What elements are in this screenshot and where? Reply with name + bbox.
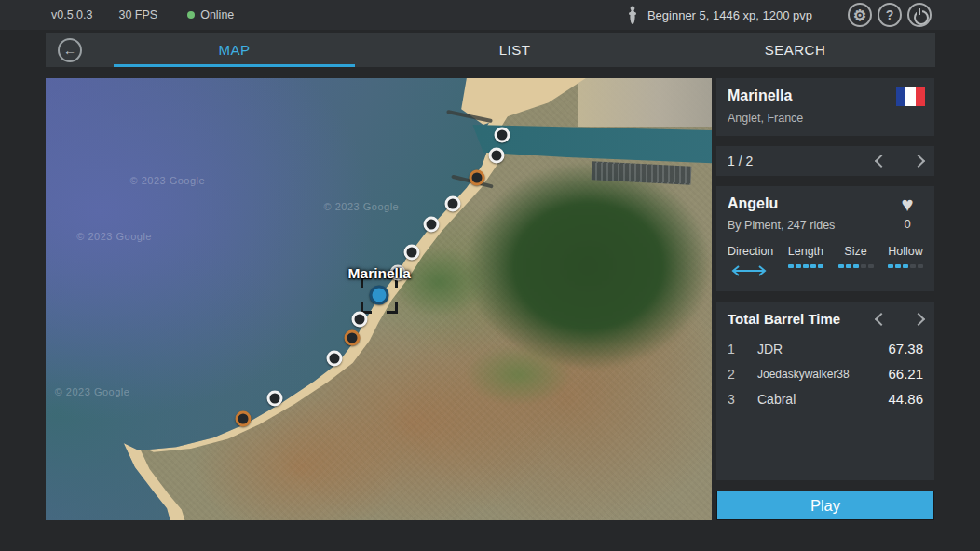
fps-label: 30 FPS (118, 8, 157, 21)
settings-button[interactable]: ⚙ (848, 3, 872, 27)
leaderboard-card: Total Barrel Time 1 JDR_ 67.38 2 Joedask… (716, 302, 934, 480)
row-player-name: Joedaskywalker38 (757, 368, 888, 381)
spot-marker-regular[interactable] (327, 351, 343, 367)
spot-pager-card: 1 / 2 (716, 146, 934, 176)
spot-marker-regular[interactable] (390, 265, 406, 281)
stat-length: Length (788, 245, 823, 277)
stat-direction: Direction (728, 245, 773, 277)
power-icon (913, 8, 926, 21)
top-bar: v0.5.0.3 30 FPS Online Beginner 5, 1446 … (0, 0, 980, 30)
spot-marker-regular[interactable] (266, 390, 282, 406)
hollow-meter (888, 264, 923, 268)
side-panel: Marinella Anglet, France 1 / 2 Angelu By… (716, 78, 934, 491)
row-player-name: Cabral (757, 392, 888, 407)
row-rank: 2 (728, 367, 757, 382)
back-arrow-icon: ← (63, 43, 76, 58)
help-button[interactable]: ? (878, 3, 902, 27)
player-status: Beginner 5, 1446 xp, 1200 pvp (625, 6, 812, 24)
leaderboard-next-icon[interactable] (912, 312, 925, 325)
stat-size: Size (838, 245, 874, 277)
play-button[interactable]: Play (716, 491, 934, 520)
heart-icon[interactable]: ♥ (892, 195, 923, 214)
stat-direction-label: Direction (728, 245, 773, 258)
spot-details-card: Angelu By Piment, 247 rides ♥ 0 Directio… (716, 186, 934, 291)
map-fields (465, 343, 571, 406)
spot-marker-regular[interactable] (423, 217, 439, 233)
stat-hollow: Hollow (888, 245, 923, 277)
leaderboard-row[interactable]: 2 Joedaskywalker38 66.21 (728, 361, 923, 386)
online-dot-icon (187, 11, 195, 19)
tab-list[interactable]: LIST (374, 33, 655, 67)
stat-size-label: Size (838, 245, 874, 258)
france-flag-icon (896, 87, 925, 106)
pager-next-icon[interactable] (912, 155, 925, 168)
location-region: Anglet, France (728, 112, 923, 125)
stat-length-label: Length (788, 245, 823, 258)
map-port-area (578, 78, 712, 127)
version-label: v0.5.0.3 (51, 8, 92, 21)
location-name: Marinella (728, 87, 923, 104)
pager-prev-icon[interactable] (875, 155, 888, 168)
player-status-label: Beginner 5, 1446 xp, 1200 pvp (647, 8, 812, 22)
tab-bar: ← MAP LIST SEARCH (46, 33, 935, 67)
leaderboard-prev-icon[interactable] (875, 312, 888, 325)
like-count: 0 (892, 217, 923, 231)
row-score: 66.21 (888, 366, 923, 382)
row-rank: 3 (728, 392, 757, 407)
leaderboard-row[interactable]: 3 Cabral 44.86 (728, 386, 923, 411)
google-watermark: © 2023 Google (55, 386, 130, 397)
map-view[interactable]: © 2023 Google © 2023 Google © 2023 Googl… (46, 78, 712, 520)
direction-arrow-icon (728, 264, 770, 277)
spot-marker-regular[interactable] (404, 245, 420, 261)
row-score: 67.38 (888, 341, 923, 356)
gear-icon: ⚙ (853, 7, 866, 24)
spot-marker-regular[interactable] (444, 195, 460, 211)
length-meter (788, 264, 823, 268)
spot-marker-regular[interactable] (489, 148, 505, 164)
location-card: Marinella Anglet, France (716, 78, 934, 136)
row-score: 44.86 (888, 391, 923, 407)
spot-stats: Direction Length Size Hollow (728, 245, 923, 277)
online-status: Online (187, 8, 234, 21)
google-watermark: © 2023 Google (130, 175, 206, 186)
spot-marker-selected[interactable] (370, 286, 389, 305)
pager-count: 1 / 2 (728, 154, 753, 168)
spot-marker-regular[interactable] (494, 127, 510, 142)
row-player-name: JDR_ (757, 342, 888, 356)
spot-marker-orange[interactable] (470, 169, 485, 185)
stat-hollow-label: Hollow (888, 245, 923, 258)
tab-search[interactable]: SEARCH (655, 33, 935, 67)
row-rank: 1 (728, 342, 757, 356)
leaderboard-title: Total Barrel Time (728, 311, 877, 327)
spot-marker-regular[interactable] (351, 311, 367, 327)
spot-marker-orange[interactable] (236, 411, 252, 427)
leaderboard-row[interactable]: 1 JDR_ 67.38 (728, 336, 923, 361)
tab-map[interactable]: MAP (94, 33, 374, 67)
back-button[interactable]: ← (46, 33, 94, 67)
spot-name: Angelu (728, 195, 892, 212)
online-label: Online (200, 8, 234, 21)
size-meter (838, 264, 874, 268)
google-watermark: © 2023 Google (76, 231, 152, 242)
question-icon: ? (886, 7, 894, 22)
power-button[interactable] (907, 3, 932, 27)
spot-marker-orange[interactable] (344, 329, 360, 345)
spot-byline: By Piment, 247 rides (728, 219, 892, 232)
google-watermark: © 2023 Google (324, 201, 400, 212)
surfer-icon (625, 6, 640, 24)
